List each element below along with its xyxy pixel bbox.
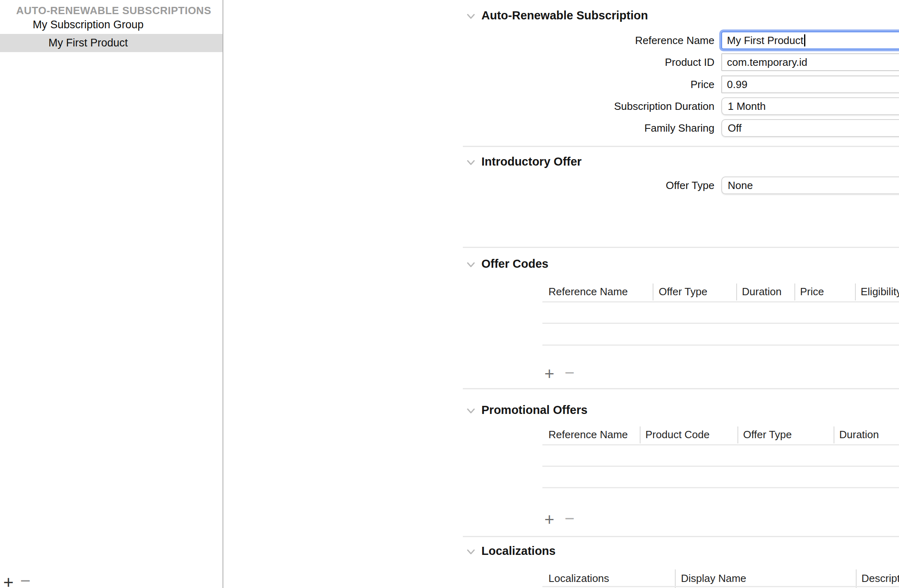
sidebar-remove-button[interactable]: − [20, 572, 31, 588]
column-separator [640, 426, 641, 443]
storekit-configuration-editor: AUTO-RENEWABLE SUBSCRIPTIONS My Subscrip… [0, 0, 899, 588]
offer-codes-col-eligibility: Eligibility [861, 284, 899, 300]
offer-codes-col-offer-type: Offer Type [659, 284, 707, 300]
table-row-line [542, 487, 899, 488]
column-separator [737, 426, 738, 443]
promo-col-offer-type: Offer Type [743, 426, 792, 443]
localizations-col-localizations: Localizations [548, 570, 609, 586]
offer-codes-remove-button[interactable]: − [565, 364, 575, 381]
section-title-offer-codes: Offer Codes [481, 257, 548, 271]
localizations-col-display-name: Display Name [681, 570, 746, 586]
product-id-input[interactable]: com.temporary.id [721, 53, 899, 71]
column-separator [675, 569, 676, 588]
family-sharing-value: Off [728, 122, 741, 134]
offer-codes-col-price: Price [800, 284, 824, 300]
section-divider [463, 388, 899, 389]
price-value: 0.99 [727, 78, 748, 91]
product-id-value: com.temporary.id [727, 56, 807, 69]
section-title-subscription: Auto-Renewable Subscription [481, 9, 648, 22]
section-title-promotional-offers: Promotional Offers [481, 403, 588, 417]
offer-type-dropdown[interactable]: None [721, 176, 899, 194]
price-input[interactable]: 0.99 [721, 76, 899, 93]
reference-name-value: My First Product [727, 34, 803, 47]
promo-col-product-code: Product Code [645, 426, 710, 443]
column-separator [794, 284, 795, 300]
promo-col-reference-name: Reference Name [548, 426, 628, 443]
promo-remove-button[interactable]: − [565, 510, 575, 527]
column-separator [855, 284, 856, 300]
subscription-duration-label: Subscription Duration [463, 97, 714, 115]
product-id-label: Product ID [463, 53, 714, 71]
family-sharing-label: Family Sharing [463, 119, 714, 137]
offer-type-label: Offer Type [463, 176, 714, 194]
table-row-line [542, 466, 899, 467]
family-sharing-dropdown[interactable]: Off [721, 119, 899, 137]
table-row-line [542, 301, 899, 302]
subscription-duration-dropdown[interactable]: 1 Month [721, 97, 899, 115]
text-cursor [804, 34, 805, 46]
table-row-line [542, 444, 899, 445]
reference-name-input[interactable]: My First Product [721, 32, 899, 49]
section-divider [463, 247, 899, 248]
section-title-localizations: Localizations [481, 544, 556, 558]
promo-add-button[interactable]: + [544, 511, 555, 528]
main-panel: Auto-Renewable Subscription Reference Na… [223, 0, 899, 588]
table-row-line [542, 344, 899, 346]
sidebar-item-subscription-group[interactable]: My Subscription Group [33, 16, 144, 34]
price-label: Price [463, 76, 714, 93]
localizations-col-description: Description [861, 570, 899, 586]
subscription-duration-value: 1 Month [728, 100, 766, 113]
sidebar-group-header: AUTO-RENEWABLE SUBSCRIPTIONS [16, 4, 211, 17]
section-title-introductory-offer: Introductory Offer [481, 155, 582, 168]
offer-codes-add-button[interactable]: + [544, 365, 555, 382]
chevron-down-icon[interactable] [466, 157, 476, 168]
chevron-down-icon[interactable] [466, 405, 476, 416]
reference-name-label: Reference Name [463, 32, 714, 49]
chevron-down-icon[interactable] [466, 259, 476, 270]
chevron-down-icon[interactable] [466, 11, 476, 21]
column-separator [653, 284, 653, 300]
section-divider [463, 146, 899, 147]
column-separator [834, 426, 834, 443]
table-row-line [542, 586, 899, 587]
chevron-down-icon[interactable] [466, 546, 476, 557]
offer-codes-col-reference-name: Reference Name [548, 284, 628, 300]
offer-codes-col-duration: Duration [742, 284, 781, 300]
column-separator [856, 569, 857, 588]
column-separator [736, 284, 737, 300]
offer-type-value: None [728, 179, 753, 192]
section-divider [463, 536, 899, 537]
sidebar: AUTO-RENEWABLE SUBSCRIPTIONS My Subscrip… [0, 0, 223, 588]
promo-col-duration: Duration [839, 426, 879, 443]
sidebar-item-first-product[interactable]: My First Product [48, 34, 128, 52]
sidebar-add-button[interactable]: + [3, 573, 14, 588]
table-row-line [542, 323, 899, 324]
